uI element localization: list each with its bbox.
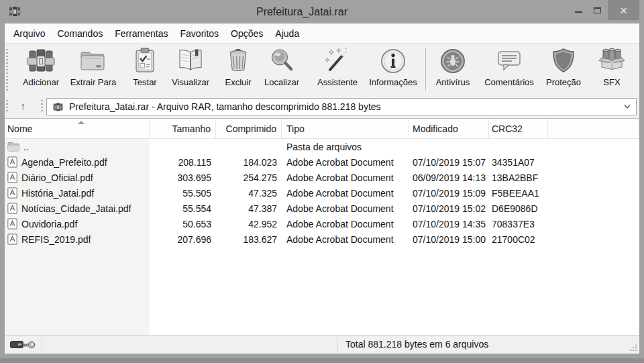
wizard-wand-icon: [322, 46, 353, 76]
column-header-filler: [548, 119, 639, 138]
pdf-file-icon: [7, 187, 17, 199]
maximize-icon: [594, 7, 601, 13]
find-button[interactable]: Localizar: [260, 46, 304, 94]
comment-bubble-icon: [494, 46, 525, 76]
antivirus-bug-icon: [437, 46, 468, 76]
delete-label: Excluir: [225, 77, 251, 87]
table-row[interactable]: Notícias_Cidade_Jatai.pdf 55.554 47.387 …: [5, 201, 639, 216]
drive-icon[interactable]: [10, 341, 23, 348]
table-row-parent-dir[interactable]: .. Pasta de arquivos: [5, 139, 639, 154]
menu-ajuda[interactable]: Ajuda: [275, 28, 299, 39]
toolbar: Adicionar Extrair Para: [5, 43, 639, 95]
find-label: Localizar: [264, 77, 299, 87]
up-arrow-icon: ↑: [20, 101, 25, 113]
status-bar: Total 881.218 bytes em 6 arquivos: [5, 335, 639, 354]
key-icon[interactable]: [23, 340, 36, 350]
menu-opcoes[interactable]: Opções: [231, 28, 263, 39]
address-bar: ↑ Prefeitura_Jatai.rar - Arquivo RAR, ta…: [5, 95, 639, 118]
column-header-crc32[interactable]: CRC32: [489, 119, 548, 138]
test-clipboard-icon: [129, 46, 160, 76]
chevron-down-icon[interactable]: [624, 105, 631, 109]
test-label: Testar: [133, 77, 156, 87]
antivirus-label: Antivírus: [436, 77, 470, 87]
window-frame: Prefeitura_Jatai.rar × Arquivo Comandos …: [0, 0, 644, 358]
archive-description: Prefeitura_Jatai.rar - Arquivo RAR, tama…: [69, 101, 381, 112]
column-header-tamanho[interactable]: Tamanho: [150, 119, 216, 138]
protect-shield-icon: [548, 46, 579, 76]
sfx-label: SFX: [603, 77, 620, 87]
menu-arquivo[interactable]: Arquivo: [13, 28, 45, 39]
minimize-icon: [575, 11, 582, 13]
maximize-button[interactable]: [589, 0, 605, 20]
winrar-archive-icon-small: [52, 102, 64, 112]
extract-folder-icon: [78, 46, 109, 76]
table-row[interactable]: REFIS_2019.pdf 207.696 183.627 Adobe Acr…: [5, 231, 639, 247]
info-label: Informações: [369, 77, 417, 87]
test-button[interactable]: Testar: [126, 46, 164, 94]
antivirus-button[interactable]: Antivírus: [431, 46, 475, 94]
sfx-box-icon: [596, 46, 627, 76]
window-title: Prefeitura_Jatai.rar: [54, 0, 550, 23]
table-row[interactable]: Ouvidoria.pdf 50.653 42.952 Adobe Acroba…: [5, 216, 639, 231]
toolbar-grip[interactable]: [6, 49, 8, 91]
statusbar-separator: [42, 338, 42, 352]
sfx-button[interactable]: SFX: [592, 46, 631, 94]
resize-grip[interactable]: [630, 344, 637, 352]
menu-favoritos[interactable]: Favoritos: [180, 28, 219, 39]
winrar-window: Prefeitura_Jatai.rar × Arquivo Comandos …: [0, 0, 644, 363]
protect-button[interactable]: Proteção: [542, 46, 585, 94]
add-label: Adicionar: [23, 77, 59, 87]
file-list: Nome Tamanho Comprimido Tipo Modificado …: [5, 118, 639, 335]
table-row[interactable]: Agenda_Prefeito.pdf 208.115 184.023 Adob…: [5, 154, 639, 170]
extract-label: Extrair Para: [70, 77, 117, 87]
pdf-file-icon: [7, 203, 17, 214]
column-header-nome[interactable]: Nome: [5, 119, 150, 138]
address-grip[interactable]: [6, 100, 8, 113]
find-magnifier-icon: [266, 46, 297, 76]
delete-button[interactable]: Excluir: [219, 46, 257, 94]
pdf-file-icon: [7, 218, 17, 229]
extract-button[interactable]: Extrair Para: [64, 46, 123, 94]
view-label: Visualizar: [172, 77, 209, 87]
total-status-text: Total 881.218 bytes em 6 arquivos: [345, 335, 488, 354]
up-one-level-button[interactable]: ↑: [14, 98, 32, 115]
pdf-file-icon: [7, 234, 17, 245]
table-row[interactable]: Diário_Oficial.pdf 303.695 254.275 Adobe…: [5, 170, 639, 185]
sort-ascending-icon: [78, 121, 85, 124]
wizard-button[interactable]: Assistente: [313, 46, 362, 94]
add-archive-icon: [25, 46, 56, 76]
column-header-modificado[interactable]: Modificado: [409, 119, 489, 138]
wizard-label: Assistente: [317, 77, 358, 87]
minimize-button[interactable]: [570, 0, 586, 20]
add-button[interactable]: Adicionar: [15, 46, 66, 94]
column-header-tipo[interactable]: Tipo: [282, 119, 409, 138]
close-button[interactable]: ×: [608, 0, 639, 20]
list-header: Nome Tamanho Comprimido Tipo Modificado …: [5, 119, 639, 139]
protect-label: Proteção: [546, 77, 581, 87]
toolbar-separator: [425, 48, 426, 91]
info-button[interactable]: Informações: [363, 46, 423, 94]
info-icon: [378, 46, 409, 76]
address-combo-grip[interactable]: [41, 100, 43, 113]
titlebar[interactable]: Prefeitura_Jatai.rar ×: [0, 0, 644, 23]
menu-comandos[interactable]: Comandos: [57, 28, 103, 39]
pdf-file-icon: [7, 172, 17, 183]
comment-button[interactable]: Comentários: [479, 46, 539, 94]
menu-ferramentas[interactable]: Ferramentas: [115, 28, 168, 39]
winrar-archive-icon: [9, 5, 21, 17]
list-rows: .. Pasta de arquivos: [5, 139, 639, 247]
delete-trash-icon: [223, 46, 254, 76]
pdf-file-icon: [7, 156, 17, 168]
view-book-icon: [175, 46, 206, 76]
menubar: Arquivo Comandos Ferramentas Favoritos O…: [5, 23, 639, 43]
statusbar-separator: [337, 338, 338, 352]
archive-path-combobox[interactable]: Prefeitura_Jatai.rar - Arquivo RAR, tama…: [46, 98, 637, 115]
column-header-comprimido[interactable]: Comprimido: [216, 119, 282, 138]
comment-label: Comentários: [484, 77, 534, 87]
close-icon: ×: [620, 4, 627, 17]
table-row[interactable]: História_Jatai.pdf 55.505 47.325 Adobe A…: [5, 185, 639, 201]
view-button[interactable]: Visualizar: [166, 46, 215, 94]
folder-up-icon: [7, 142, 19, 152]
